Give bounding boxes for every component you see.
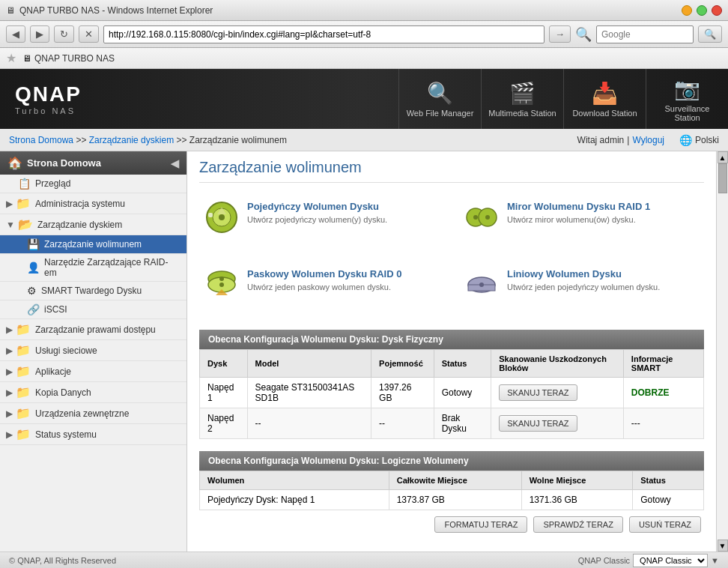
sidebar-group-urzadzenia[interactable]: ▶ 📁 Urządzenia zewnętrzne	[0, 403, 186, 424]
fav-qnap-item[interactable]: QNAP TURBO NAS	[34, 53, 115, 64]
sidebar-item-wolimunem[interactable]: 💾 Zarządzanie wolimunem	[0, 235, 186, 254]
sidebar-group-zarzadzanie[interactable]: ▼ 📂 Zarządzanie dyskiem	[0, 214, 186, 235]
drive2-scan-button[interactable]: SKANUJ TERAZ	[499, 415, 577, 432]
vol-info-miror: Miror Wolumenu Dysku RAID 1 Utwórz miror…	[507, 201, 650, 226]
logout-link[interactable]: Wyloguj	[632, 135, 664, 145]
logo-text: QNAP	[15, 82, 82, 106]
breadcrumb: Strona Domowa >> Zarządzanie dyskiem >> …	[9, 135, 287, 145]
wolimunem-label: Zarządzanie wolimunem	[44, 239, 142, 250]
favorites-star-icon[interactable]: ★	[6, 51, 16, 65]
browser-favbar: ★ 🖥 QNAP TURBO NAS	[0, 48, 728, 69]
scroll-down-btn[interactable]: ▼	[718, 540, 728, 552]
scroll-track	[718, 163, 727, 540]
copyright-text: © QNAP, All Rights Reserved	[9, 556, 116, 565]
web-file-manager-icon: 🔍	[427, 81, 453, 106]
iscsi-label: iSCSI	[44, 304, 67, 315]
volume-option-paskowy[interactable]: Paskowy Wolumen Dysku RAID 0 Utwórz jede…	[199, 262, 444, 315]
vol-title-pojedynczy[interactable]: Pojedyńczy Wolumen Dysku	[247, 201, 387, 212]
app-footer: © QNAP, All Rights Reserved QNAP Classic…	[0, 552, 728, 568]
col-wolumen: Wolumen	[200, 471, 389, 490]
volume-option-liniowy[interactable]: Liniowy Wolumen Dysku Utwórz jeden pojed…	[459, 262, 704, 315]
sidebar-item-iscsi[interactable]: 🔗 iSCSI	[0, 300, 186, 319]
status-folder-icon: 📁	[16, 427, 31, 441]
drive1-smart-status[interactable]: DOBRZE	[631, 387, 670, 398]
vol1-total: 1373.87 GB	[389, 490, 521, 510]
administracja-folder-icon: 📁	[16, 196, 31, 211]
sidebar-group-kopia[interactable]: ▶ 📁 Kopia Danych	[0, 382, 186, 403]
multimedia-station-icon: 🎬	[509, 81, 536, 106]
minimize-btn[interactable]	[682, 5, 692, 16]
header-nav: 🔍 Web File Manager 🎬 Multimedia Station …	[398, 69, 728, 129]
sidebar-header-label: Strona Domowa	[27, 157, 101, 169]
smart-icon: ⚙	[27, 285, 37, 297]
physical-section-header: Obecna Konfiguracja Wolumenu Dysku: Dysk…	[199, 330, 704, 349]
col-smart: Informacje SMART	[623, 350, 703, 378]
nav-web-file-manager[interactable]: 🔍 Web File Manager	[398, 69, 481, 129]
sidebar-item-smart[interactable]: ⚙ SMART Twardego Dysku	[0, 282, 186, 300]
volume-option-miror[interactable]: Miror Wolumenu Dysku RAID 1 Utwórz miror…	[459, 195, 704, 247]
sidebar-group-status[interactable]: ▶ 📁 Status systemu	[0, 424, 186, 445]
search-icon: 🔍	[575, 26, 592, 43]
check-button[interactable]: SPRAWDŹ TERAZ	[533, 516, 623, 533]
nav-multimedia-station[interactable]: 🎬 Multimedia Station	[481, 69, 563, 129]
prawa-collapse-icon: ▶	[6, 324, 13, 335]
format-button[interactable]: FORMATUJ TERAZ	[434, 516, 527, 533]
drive1-status: Gotowy	[434, 378, 491, 408]
sidebar-group-aplikacje[interactable]: ▶ 📁 Aplikacje	[0, 361, 186, 382]
sidebar-collapse-btn[interactable]: ◀	[171, 157, 179, 169]
vertical-scrollbar[interactable]: ▲ ▼	[716, 151, 728, 552]
breadcrumb-disk[interactable]: Zarządzanie dyskiem	[89, 135, 174, 145]
iscsi-icon: 🔗	[27, 303, 40, 315]
administracja-label: Administracja systemu	[35, 199, 125, 209]
vol-info-paskowy: Paskowy Wolumen Dysku RAID 0 Utwórz jede…	[247, 268, 401, 293]
vol-title-miror[interactable]: Miror Wolumenu Dysku RAID 1	[507, 201, 650, 212]
content-wrapper: 🏠 Strona Domowa ◀ 📋 Przegląd ▶ 📁 Adminis…	[0, 151, 728, 552]
vol1-status: Gotowy	[633, 490, 704, 510]
logical-section-header: Obecna Konfiguracja Wolumenu Dysku: Logi…	[199, 451, 704, 471]
drive1-scan-button[interactable]: SKANUJ TERAZ	[499, 384, 577, 401]
turbo-text: Turbo NAS	[15, 106, 82, 115]
stop-button[interactable]: ✕	[79, 25, 99, 43]
nav-surveillance-station[interactable]: 📷 Surveillance Station	[646, 69, 728, 129]
sidebar-group-prawa[interactable]: ▶ 📁 Zarządzanie prawami dostępu	[0, 319, 186, 340]
sidebar-item-raid[interactable]: 👤 Narzędzie Zarządzające RAID-em	[0, 254, 186, 282]
volume-option-pojedynczy[interactable]: Pojedyńczy Wolumen Dysku Utwórz pojedyńc…	[199, 195, 444, 247]
status-collapse-icon: ▶	[6, 429, 13, 440]
liniowy-icon	[465, 268, 498, 309]
col-wolne: Wolne Miejsce	[521, 471, 632, 490]
vol-title-liniowy[interactable]: Liniowy Wolumen Dysku	[507, 268, 660, 280]
maximize-btn[interactable]	[697, 5, 707, 16]
search-submit-button[interactable]: 🔍	[698, 25, 722, 43]
address-input[interactable]	[103, 25, 545, 43]
sidebar-item-przeglad[interactable]: 📋 Przegląd	[0, 175, 186, 193]
vol1-free: 1371.36 GB	[521, 490, 632, 510]
search-input[interactable]	[596, 25, 694, 43]
sidebar-group-uslugi[interactable]: ▶ 📁 Usługi sieciowe	[0, 340, 186, 361]
col-scan: Skanowanie Uszkodzonych Bloków	[491, 350, 624, 378]
theme-selector[interactable]: QNAP Classic Modern	[633, 554, 708, 567]
zarzadzanie-folder-icon: 📂	[18, 217, 33, 232]
svg-point-11	[219, 277, 224, 281]
forward-button[interactable]: ▶	[30, 25, 49, 43]
download-station-label: Download Station	[572, 109, 637, 118]
col-status: Status	[434, 350, 491, 378]
vol-desc-miror: Utwórz miror wolumenu(ów) dysku.	[507, 214, 650, 226]
back-button[interactable]: ◀	[6, 25, 25, 43]
aplikacje-label: Aplikacje	[35, 366, 71, 377]
web-file-manager-label: Web File Manager	[407, 109, 474, 118]
breadcrumb-current: Zarządzanie wolimunem	[189, 135, 287, 145]
refresh-button[interactable]: ↻	[54, 25, 74, 43]
delete-button[interactable]: USUŃ TERAZ	[629, 516, 701, 533]
scroll-thumb[interactable]	[718, 163, 727, 193]
drive1-name: Napęd 1	[200, 378, 248, 408]
nav-download-station[interactable]: 📥 Download Station	[563, 69, 646, 129]
vol-title-paskowy[interactable]: Paskowy Wolumen Dysku RAID 0	[247, 268, 401, 280]
przeglad-icon: 📋	[18, 178, 31, 190]
breadcrumb-home[interactable]: Strona Domowa	[9, 135, 73, 145]
scroll-up-btn[interactable]: ▲	[718, 151, 728, 163]
go-button[interactable]: →	[549, 25, 571, 43]
drive1-model: Seagate ST31500341AS SD1B	[247, 378, 371, 408]
close-btn[interactable]	[712, 5, 722, 16]
sidebar-group-administracja[interactable]: ▶ 📁 Administracja systemu	[0, 193, 186, 214]
table-row: Napęd 2 -- -- Brak Dysku SKANUJ TERAZ --…	[200, 408, 704, 439]
